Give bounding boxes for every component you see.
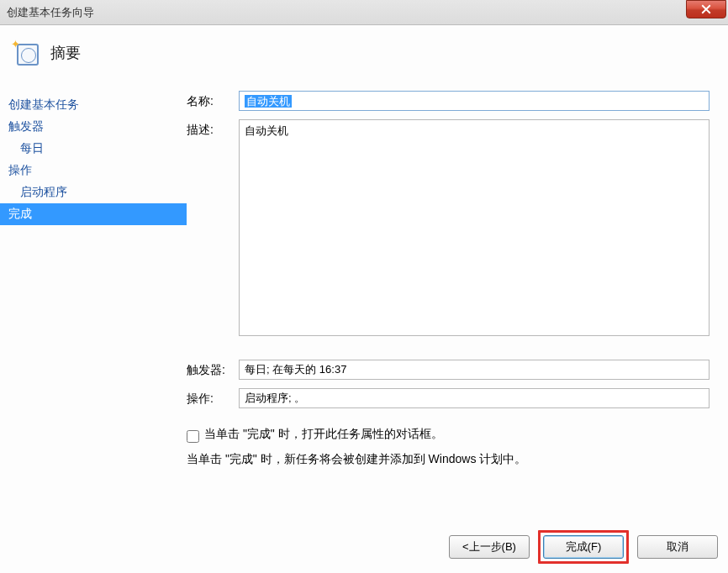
label-trigger: 触发器: [187, 360, 239, 378]
label-action: 操作: [187, 388, 239, 407]
cancel-button[interactable]: 取消 [637, 535, 718, 559]
window-title: 创建基本任务向导 [7, 5, 94, 20]
finish-button[interactable]: 完成(F) [543, 535, 624, 559]
label-name: 名称: [187, 91, 239, 109]
main-panel: 名称: 自动关机 描述: 自动关机 触发器: 操作: 当单击 "完成" 时 [187, 91, 728, 521]
footer-buttons: <上一步(B) 完成(F) 取消 [0, 521, 728, 573]
checkbox-label: 当单击 "完成" 时，打开此任务属性的对话框。 [204, 427, 443, 442]
sidebar-item-start-program[interactable]: 启动程序 [0, 181, 187, 203]
row-open-properties-checkbox: 当单击 "完成" 时，打开此任务属性的对话框。 [187, 427, 710, 445]
highlight-box: 完成(F) [538, 530, 629, 564]
row-trigger: 触发器: [187, 360, 710, 380]
row-action: 操作: [187, 388, 710, 408]
close-button[interactable] [686, 0, 726, 18]
back-button[interactable]: <上一步(B) [449, 535, 530, 559]
sidebar-item-daily[interactable]: 每日 [0, 138, 187, 160]
input-action[interactable] [239, 388, 710, 408]
row-description: 描述: 自动关机 [187, 119, 710, 336]
input-trigger[interactable] [239, 360, 710, 380]
label-description: 描述: [187, 119, 239, 138]
sidebar-item-action[interactable]: 操作 [0, 160, 187, 181]
window-body: ✦ 摘要 创建基本任务 触发器 每日 操作 启动程序 完成 名称: 自动关机 描… [0, 25, 728, 573]
titlebar: 创建基本任务向导 [0, 0, 728, 25]
checkbox-open-properties[interactable] [187, 430, 199, 443]
sidebar-item-trigger[interactable]: 触发器 [0, 116, 187, 138]
close-icon [701, 4, 711, 14]
input-name-value: 自动关机 [245, 95, 292, 108]
wizard-steps-sidebar: 创建基本任务 触发器 每日 操作 启动程序 完成 [0, 91, 187, 521]
sidebar-item-finish[interactable]: 完成 [0, 203, 187, 225]
info-text: 当单击 "完成" 时，新任务将会被创建并添加到 Windows 计划中。 [187, 452, 710, 467]
input-name[interactable]: 自动关机 [239, 91, 710, 111]
summary-icon: ✦ [13, 40, 39, 66]
wizard-header: ✦ 摘要 [0, 25, 728, 91]
page-title: 摘要 [50, 43, 81, 63]
textarea-description[interactable]: 自动关机 [239, 119, 710, 336]
row-name: 名称: 自动关机 [187, 91, 710, 111]
sidebar-item-create-basic-task[interactable]: 创建基本任务 [0, 94, 187, 116]
content-area: 创建基本任务 触发器 每日 操作 启动程序 完成 名称: 自动关机 描述: 自动… [0, 91, 728, 521]
